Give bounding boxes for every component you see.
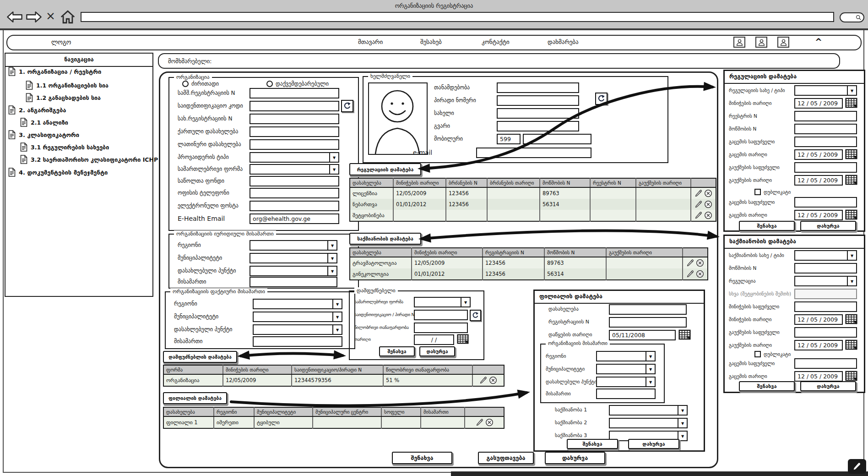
org-georgian-name-input[interactable] [250, 126, 339, 137]
branch-activity1-dropdown[interactable]: ▼ [609, 405, 688, 416]
regulation-cancel-basis-input[interactable] [794, 162, 857, 173]
manager-email-input[interactable] [476, 148, 591, 158]
form-clear-button[interactable]: გასუფთავება [478, 452, 534, 464]
sidebar-item-reporting[interactable]: 2. ანგარიშგება [8, 105, 66, 115]
calendar-icon[interactable] [678, 329, 691, 340]
branch-address-input[interactable] [596, 388, 656, 399]
position-input[interactable] [497, 82, 579, 93]
legal-region-dropdown[interactable]: ▼ [250, 240, 337, 251]
regulation-assign-date-input[interactable]: 12 / 05 / 2009 [794, 98, 843, 109]
sidebar-item-regulation-types[interactable]: 3.1 რეგულირების სახეები [20, 142, 109, 152]
add-regulation-button[interactable]: რეგულაციის დამატება [349, 163, 421, 175]
user-button-2[interactable] [755, 37, 767, 48]
first-name-input[interactable] [497, 108, 579, 119]
org-ident-code-input[interactable] [250, 101, 339, 111]
activity-cancel-date-input[interactable]: 12 / 05 / 2009 [794, 340, 843, 350]
calendar-icon[interactable] [845, 148, 857, 160]
collapse-caret[interactable]: ^ [815, 37, 822, 47]
email-input[interactable] [250, 201, 339, 211]
search-box[interactable] [840, 12, 864, 22]
delete-icon[interactable] [704, 189, 712, 197]
nav-contact[interactable]: კონტაქტი [482, 38, 510, 45]
actual-municipality-dropdown[interactable]: ▼ [253, 312, 342, 322]
branch-close-button[interactable]: დახურვა [628, 439, 679, 449]
org-reg-number-input[interactable] [250, 88, 339, 98]
sidebar-item-international-classifier[interactable]: 3.2 საერთაშორისო კლასიფიკატორი ICHP [20, 155, 158, 164]
provider-type-dropdown[interactable]: ▼ [250, 152, 339, 163]
delete-icon[interactable] [704, 211, 712, 219]
regulation-close-button[interactable]: დახურვა [800, 221, 856, 231]
activity-close-button[interactable]: დახურვა [800, 381, 856, 391]
regulation-issue-date-input[interactable]: 12 / 05 / 2009 [794, 149, 843, 160]
branch-reg-number-input[interactable] [609, 317, 687, 328]
add-activity-button[interactable]: საქმიანობის დამატება [349, 233, 421, 245]
edit-icon[interactable] [686, 259, 694, 267]
sidebar-item-organizations-list[interactable]: 1.1 ორგანიზაციების სია [26, 81, 108, 90]
activity-cancel-basis-input[interactable] [794, 327, 857, 338]
nav-about[interactable]: შესახებ [420, 38, 442, 45]
branch-settlement-dropdown[interactable]: ▼ [596, 377, 656, 387]
forward-icon[interactable] [26, 10, 42, 24]
stop-icon[interactable]: × [46, 9, 55, 22]
calendar-icon[interactable] [845, 313, 857, 325]
url-bar[interactable] [81, 12, 834, 22]
regulation-save-button[interactable]: შენახვა [739, 221, 795, 231]
add-founder-button[interactable]: დამფუძნებლის დამატება [163, 351, 237, 363]
duplicate-checkbox[interactable] [754, 351, 761, 357]
office-phone-input[interactable] [250, 188, 339, 198]
activity-type-dropdown[interactable]: ▼ [794, 250, 857, 261]
radio-subordinate-org[interactable] [266, 81, 273, 87]
regulation-cancel-date-input[interactable]: 12 / 05 / 2009 [794, 175, 843, 186]
activity-assign-date-input[interactable]: 12 / 05 / 2009 [794, 314, 843, 325]
regulation-certificate-n-input[interactable] [794, 124, 857, 134]
duplicate-checkbox[interactable] [754, 189, 761, 195]
calendar-icon[interactable] [845, 174, 857, 186]
branch-municipality-dropdown[interactable]: ▼ [596, 364, 656, 374]
regulation-type-dropdown[interactable]: ▼ [794, 85, 857, 96]
sidebar-item-document-management[interactable]: 4. დოკუმენტების მენეჯმენტი [8, 168, 108, 177]
manager-photo[interactable] [368, 82, 428, 155]
home-icon[interactable] [59, 9, 76, 25]
delete-icon[interactable] [489, 376, 497, 384]
activity-other-input[interactable] [794, 289, 857, 299]
founder-close-button[interactable]: დახურვა [419, 346, 455, 356]
ehealth-email-input[interactable]: org@ehealth.gov.ge [250, 213, 339, 224]
founder-date-input[interactable]: / / [414, 334, 454, 345]
user-button-3[interactable] [777, 37, 789, 48]
founder-share-input[interactable] [414, 323, 468, 333]
refresh-button[interactable] [470, 310, 481, 321]
legal-settlement-dropdown[interactable]: ▼ [250, 266, 337, 276]
regulation-issue-basis-input[interactable] [794, 137, 857, 147]
delete-icon[interactable] [704, 200, 712, 208]
sidebar-item-analysis[interactable]: 2.1 ანალიზი [20, 118, 68, 127]
refresh-button[interactable] [341, 100, 353, 112]
edit-icon[interactable] [694, 189, 703, 197]
founder-id-input[interactable] [414, 310, 468, 320]
actual-address-input[interactable] [253, 336, 342, 347]
regulation-registry-n-input[interactable] [794, 111, 857, 121]
branch-start-date-input[interactable]: 05/11/2008 [609, 330, 676, 340]
org-latin-name-input[interactable] [250, 139, 339, 150]
activity-regulation-dropdown[interactable]: ▼ [794, 276, 857, 286]
form-close-button[interactable]: დახურვა [545, 452, 605, 464]
legal-municipality-dropdown[interactable]: ▼ [250, 253, 337, 263]
nav-main[interactable]: მთავარი [358, 38, 383, 45]
edit-icon[interactable] [686, 270, 694, 278]
delete-icon[interactable] [696, 259, 704, 267]
calendar-icon[interactable] [845, 370, 857, 382]
delete-icon[interactable] [485, 418, 494, 427]
org-state-reg-input[interactable] [250, 114, 339, 124]
actual-settlement-dropdown[interactable]: ▼ [253, 324, 342, 335]
add-branch-button[interactable]: ფილიალის დამატება [163, 392, 227, 404]
calendar-icon[interactable] [845, 97, 857, 109]
edit-icon[interactable] [694, 200, 703, 208]
refresh-button[interactable] [595, 93, 608, 105]
branch-region-dropdown[interactable]: ▼ [596, 351, 656, 361]
regulation-dup-issue-date-input[interactable]: 12 / 05 / 2009 [794, 210, 843, 220]
branch-save-button[interactable]: შენახვა [567, 439, 618, 449]
delete-icon[interactable] [696, 270, 704, 278]
branch-name-input[interactable] [609, 304, 687, 315]
personal-number-input[interactable] [497, 95, 579, 106]
form-save-button[interactable]: შენახვა [392, 452, 452, 464]
mobile-input[interactable] [523, 134, 591, 144]
